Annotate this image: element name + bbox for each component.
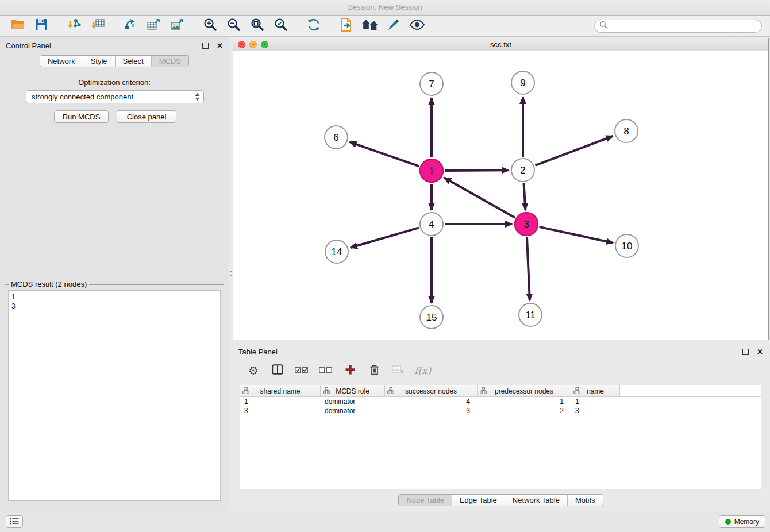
search-box[interactable] — [594, 20, 762, 33]
show-columns-button[interactable] — [270, 363, 286, 379]
style-paint-button[interactable] — [382, 17, 405, 34]
column-tree-icon — [480, 387, 487, 395]
optimization-dropdown-value: strongly connected component — [32, 92, 133, 101]
open-session-button[interactable] — [6, 17, 29, 34]
create-column-button[interactable] — [342, 363, 358, 379]
control-panel: Control Panel ✕ NetworkStyleSelectMCDS O… — [0, 37, 229, 511]
unselect-all-columns-button[interactable] — [318, 363, 334, 379]
cell-name[interactable]: 3 — [571, 407, 620, 415]
main-toolbar — [0, 16, 770, 37]
cell-predecessor-nodes[interactable]: 2 — [478, 407, 571, 415]
graph-node-label-3: 3 — [523, 219, 529, 230]
cell-predecessor-nodes[interactable]: 1 — [478, 398, 571, 406]
tab-edge-table[interactable]: Edge Table — [452, 495, 505, 506]
delete-table-button-disabled[interactable] — [390, 363, 406, 379]
graph-edge-1-2[interactable] — [445, 170, 509, 171]
close-table-panel-icon[interactable]: ✕ — [757, 348, 763, 356]
save-session-button[interactable] — [29, 17, 53, 34]
tab-motifs[interactable]: Motifs — [567, 495, 603, 506]
cell-successor-nodes[interactable]: 3 — [385, 407, 478, 415]
task-history-button[interactable] — [6, 515, 23, 528]
memory-button[interactable]: Memory — [719, 515, 765, 528]
checked-boxes-icon — [295, 365, 309, 376]
tab-node-table[interactable]: Node Table — [399, 495, 452, 506]
show-graphics-button[interactable] — [405, 17, 429, 34]
table-panel-title: Table Panel — [238, 348, 278, 356]
style-paint-icon — [387, 18, 401, 34]
graph-edge-3-11[interactable] — [527, 237, 530, 300]
delete-table-icon — [392, 365, 405, 376]
close-panel-icon[interactable]: ✕ — [217, 41, 223, 50]
graph-node-label-4: 4 — [429, 219, 434, 230]
export-image-button[interactable] — [165, 17, 189, 34]
share-document-button[interactable] — [334, 17, 358, 34]
tab-network-table[interactable]: Network Table — [505, 495, 567, 506]
network-overview-button[interactable] — [358, 17, 382, 34]
table-settings-button[interactable]: ⚙ — [245, 363, 261, 379]
mcds-result-item[interactable]: 1 — [11, 292, 217, 302]
cell-shared-name[interactable]: 1 — [240, 398, 321, 406]
graph-edge-4-14[interactable] — [351, 228, 419, 248]
import-table-button[interactable] — [86, 17, 109, 34]
export-table-icon — [147, 18, 161, 34]
graph-node-label-1: 1 — [429, 165, 434, 176]
table-row[interactable]: 1dominator411 — [240, 397, 761, 406]
tab-mcds[interactable]: MCDS — [151, 56, 188, 67]
zoom-selected-button[interactable] — [269, 17, 292, 34]
network-graph[interactable]: 7968124314101511 — [233, 51, 768, 340]
network-window-titlebar[interactable]: ×−+ scc.txt — [233, 38, 768, 52]
graph-node-label-7: 7 — [429, 79, 434, 90]
run-mcds-button[interactable]: Run MCDS — [54, 110, 109, 123]
search-input[interactable] — [611, 21, 757, 30]
zoom-fit-button[interactable] — [245, 17, 269, 34]
window-controls: ×−+ — [238, 41, 268, 48]
zoom-window-button[interactable]: + — [261, 41, 268, 48]
network-canvas[interactable]: 7968124314101511 — [233, 51, 768, 340]
zoom-in-button[interactable] — [198, 17, 222, 34]
column-header-predecessor-nodes[interactable]: predecessor nodes — [478, 385, 571, 396]
mcds-result-item[interactable]: 3 — [11, 302, 217, 311]
graph-edge-1-6[interactable] — [350, 142, 419, 166]
minimize-window-button[interactable]: − — [249, 41, 257, 48]
import-network-icon — [67, 18, 82, 34]
fx-icon: f(x) — [414, 365, 431, 376]
column-header-mcds-role[interactable]: MCDS role — [321, 385, 385, 396]
optimization-dropdown[interactable]: strongly connected component — [26, 90, 204, 103]
trash-icon — [369, 364, 379, 377]
tab-select[interactable]: Select — [115, 56, 151, 67]
graph-edge-2-3[interactable] — [524, 183, 526, 210]
graph-edge-3-1[interactable] — [444, 178, 515, 217]
save-icon — [35, 18, 48, 33]
close-window-button[interactable]: × — [238, 41, 245, 48]
graph-edge-3-10[interactable] — [540, 227, 613, 243]
list-icon — [10, 516, 19, 527]
graph-node-label-11: 11 — [525, 310, 536, 321]
graph-edge-2-8[interactable] — [536, 136, 613, 165]
select-all-columns-button[interactable] — [294, 363, 310, 379]
column-header-shared-name[interactable]: shared name — [240, 385, 321, 396]
cell-mcds-role[interactable]: dominator — [321, 398, 385, 406]
import-network-button[interactable] — [62, 17, 86, 34]
function-builder-button-disabled[interactable]: f(x) — [414, 363, 431, 379]
tab-network[interactable]: Network — [40, 56, 83, 67]
close-panel-button[interactable]: Close panel — [117, 110, 176, 123]
cell-successor-nodes[interactable]: 4 — [385, 398, 478, 406]
column-header-name[interactable]: name — [571, 385, 620, 396]
export-network-button[interactable] — [118, 17, 142, 34]
float-panel-icon[interactable] — [202, 43, 209, 49]
refresh-button[interactable] — [302, 17, 325, 34]
table-row[interactable]: 3dominator323 — [240, 406, 761, 415]
delete-column-button[interactable] — [366, 363, 382, 379]
cell-shared-name[interactable]: 3 — [240, 407, 321, 415]
table-body: 1dominator4113dominator323 — [240, 397, 761, 415]
cell-mcds-role[interactable]: dominator — [321, 407, 385, 415]
column-header-successor-nodes[interactable]: successor nodes — [385, 385, 478, 396]
cell-name[interactable]: 1 — [571, 398, 620, 406]
zoom-out-button[interactable] — [222, 17, 245, 34]
export-table-button[interactable] — [142, 17, 165, 34]
network-window-title: scc.txt — [490, 40, 511, 49]
float-table-panel-icon[interactable] — [742, 349, 749, 355]
zoom-selected-icon — [274, 17, 288, 34]
mcds-result-list[interactable]: 13 — [8, 290, 221, 501]
tab-style[interactable]: Style — [83, 56, 115, 67]
